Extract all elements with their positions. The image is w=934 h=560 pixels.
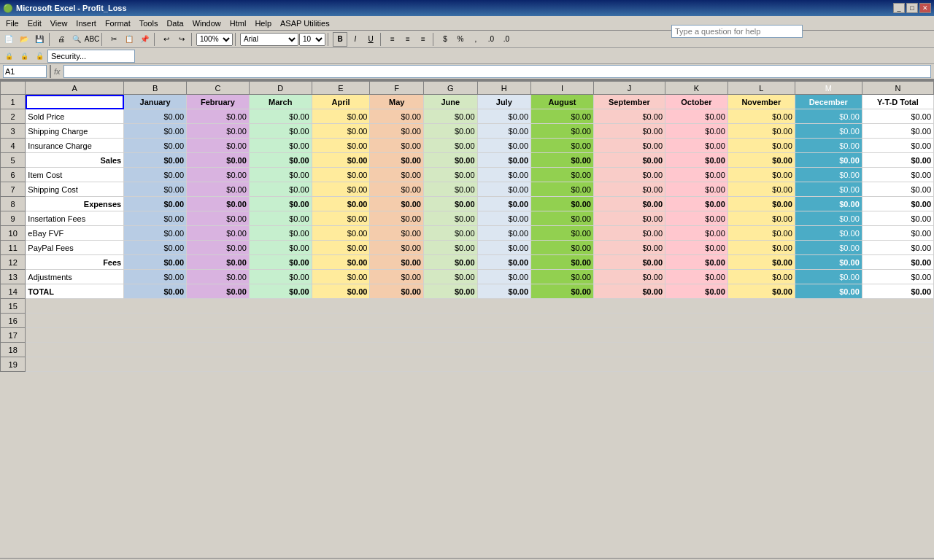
cell-I14[interactable]: $0.00 (531, 284, 594, 299)
cell-I9[interactable]: $0.00 (531, 211, 594, 226)
italic-button[interactable]: I (348, 32, 363, 47)
cell-B1[interactable]: January (124, 95, 187, 109)
cell-E9[interactable]: $0.00 (312, 211, 370, 226)
cell-G1[interactable]: June (423, 95, 477, 109)
cell-G6[interactable]: $0.00 (423, 168, 477, 182)
cell-I10[interactable]: $0.00 (531, 226, 594, 241)
row-num[interactable]: 5 (1, 153, 26, 168)
cell-M3[interactable]: $0.00 (795, 124, 862, 139)
menu-help[interactable]: Help (250, 18, 276, 29)
bold-button[interactable]: B (333, 32, 347, 47)
cell-K4[interactable]: $0.00 (665, 139, 728, 153)
cell-L3[interactable]: $0.00 (727, 124, 795, 139)
cell-D4[interactable]: $0.00 (249, 139, 312, 153)
cell-A4[interactable]: Insurance Charge (26, 139, 124, 153)
menu-insert[interactable]: Insert (72, 18, 101, 29)
cell-F1[interactable]: May (370, 95, 424, 109)
cell-L14[interactable]: $0.00 (727, 284, 795, 299)
cell-K13[interactable]: $0.00 (665, 270, 728, 284)
cell-A13[interactable]: Adjustments (26, 270, 124, 284)
cell-I12[interactable]: $0.00 (531, 255, 594, 270)
row-num[interactable]: 1 (1, 95, 26, 109)
cell-reference-input[interactable] (3, 65, 47, 78)
cell-F6[interactable]: $0.00 (370, 168, 424, 182)
cell-F12[interactable]: $0.00 (370, 255, 424, 270)
cell-N7[interactable]: $0.00 (862, 182, 933, 197)
cell-L2[interactable]: $0.00 (727, 109, 795, 124)
menu-data[interactable]: Data (162, 18, 188, 29)
cell-C8[interactable]: $0.00 (187, 197, 250, 211)
cell-K11[interactable]: $0.00 (665, 241, 728, 255)
cell-N12[interactable]: $0.00 (862, 255, 933, 270)
cell-C1[interactable]: February (187, 95, 250, 109)
cell-F13[interactable]: $0.00 (370, 270, 424, 284)
cell-I2[interactable]: $0.00 (531, 109, 594, 124)
cell-C13[interactable]: $0.00 (187, 270, 250, 284)
cell-J14[interactable]: $0.00 (593, 284, 665, 299)
cell-A12[interactable]: Fees (26, 255, 124, 270)
undo-button[interactable]: ↩ (159, 32, 174, 47)
cell-F5[interactable]: $0.00 (370, 153, 424, 168)
menu-html[interactable]: Html (225, 18, 251, 29)
cell-F14[interactable]: $0.00 (370, 284, 424, 299)
cell-C10[interactable]: $0.00 (187, 226, 250, 241)
cell-J1[interactable]: September (593, 95, 665, 109)
comma-button[interactable]: , (468, 32, 483, 47)
cell-F7[interactable]: $0.00 (370, 182, 424, 197)
cell-J2[interactable]: $0.00 (593, 109, 665, 124)
cell-J4[interactable]: $0.00 (593, 139, 665, 153)
cell-B4[interactable]: $0.00 (124, 139, 187, 153)
cell-K7[interactable]: $0.00 (665, 182, 728, 197)
cell-I7[interactable]: $0.00 (531, 182, 594, 197)
cell-J13[interactable]: $0.00 (593, 270, 665, 284)
cell-G8[interactable]: $0.00 (423, 197, 477, 211)
row-num[interactable]: 13 (1, 270, 26, 284)
cell-N8[interactable]: $0.00 (862, 197, 933, 211)
cell-I8[interactable]: $0.00 (531, 197, 594, 211)
menu-view[interactable]: View (46, 18, 72, 29)
cell-D2[interactable]: $0.00 (249, 109, 312, 124)
cell-B3[interactable]: $0.00 (124, 124, 187, 139)
cell-K9[interactable]: $0.00 (665, 211, 728, 226)
cell-B5[interactable]: $0.00 (124, 153, 187, 168)
cell-N6[interactable]: $0.00 (862, 168, 933, 182)
security-btn-2[interactable]: 🔒 (17, 49, 31, 63)
col-header-N[interactable]: N (862, 82, 933, 95)
cell-D7[interactable]: $0.00 (249, 182, 312, 197)
cell-C4[interactable]: $0.00 (187, 139, 250, 153)
print-button[interactable]: 🖨 (54, 32, 69, 47)
copy-button[interactable]: 📋 (122, 32, 136, 47)
cell-H9[interactable]: $0.00 (477, 211, 531, 226)
cell-J3[interactable]: $0.00 (593, 124, 665, 139)
cell-G12[interactable]: $0.00 (423, 255, 477, 270)
cell-A1[interactable] (26, 95, 124, 109)
cell-K2[interactable]: $0.00 (665, 109, 728, 124)
spell-check-button[interactable]: ABC (85, 32, 99, 47)
cell-N9[interactable]: $0.00 (862, 211, 933, 226)
cell-M13[interactable]: $0.00 (795, 270, 862, 284)
cell-G11[interactable]: $0.00 (423, 241, 477, 255)
cell-B2[interactable]: $0.00 (124, 109, 187, 124)
cell-L13[interactable]: $0.00 (727, 270, 795, 284)
formula-input[interactable] (63, 65, 931, 78)
cell-L4[interactable]: $0.00 (727, 139, 795, 153)
percent-button[interactable]: % (453, 32, 468, 47)
cell-I11[interactable]: $0.00 (531, 241, 594, 255)
cell-N10[interactable]: $0.00 (862, 226, 933, 241)
cell-G4[interactable]: $0.00 (423, 139, 477, 153)
cell-L8[interactable]: $0.00 (727, 197, 795, 211)
cell-H12[interactable]: $0.00 (477, 255, 531, 270)
currency-button[interactable]: $ (438, 32, 452, 47)
cell-H10[interactable]: $0.00 (477, 226, 531, 241)
row-num[interactable]: 10 (1, 226, 26, 241)
cell-J11[interactable]: $0.00 (593, 241, 665, 255)
cell-I3[interactable]: $0.00 (531, 124, 594, 139)
cell-D13[interactable]: $0.00 (249, 270, 312, 284)
cell-N3[interactable]: $0.00 (862, 124, 933, 139)
cell-K3[interactable]: $0.00 (665, 124, 728, 139)
cell-C6[interactable]: $0.00 (187, 168, 250, 182)
cell-F9[interactable]: $0.00 (370, 211, 424, 226)
redo-button[interactable]: ↪ (174, 32, 189, 47)
cell-A8[interactable]: Expenses (26, 197, 124, 211)
cell-C5[interactable]: $0.00 (187, 153, 250, 168)
